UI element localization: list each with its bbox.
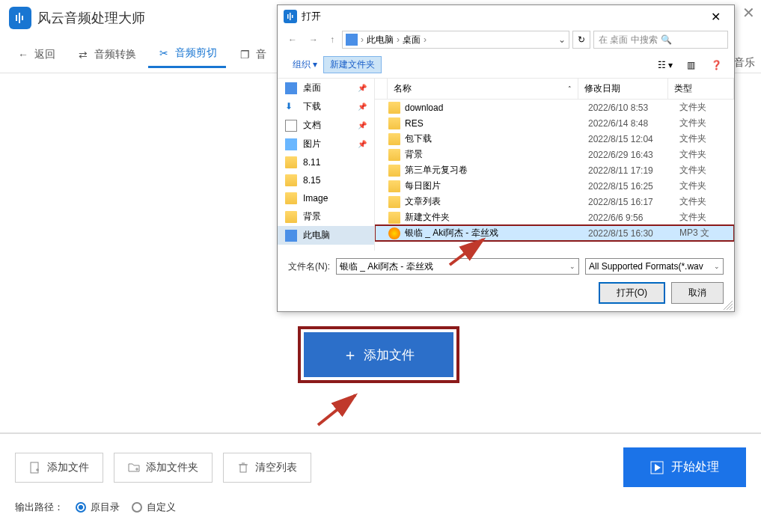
add-file-button[interactable]: 添加文件: [15, 453, 103, 483]
svg-rect-9: [240, 465, 246, 472]
cancel-button[interactable]: 取消: [671, 282, 724, 304]
cut-tab[interactable]: ✂ 音频剪切: [148, 40, 226, 68]
sidebar-item[interactable]: Image: [278, 189, 374, 207]
file-row[interactable]: 第三单元复习卷2022/8/11 17:19文件夹: [375, 162, 734, 178]
add-file-button-big[interactable]: ＋ 添加文件: [304, 332, 453, 377]
open-button[interactable]: 打开(O): [599, 282, 665, 304]
audio-tab-partial[interactable]: ❐ 音: [229, 42, 275, 67]
sidebar-item[interactable]: 文档📌: [278, 116, 374, 135]
pc-icon: [346, 34, 358, 46]
file-plus-icon: [29, 462, 41, 474]
sidebar-item[interactable]: 桌面📌: [278, 79, 374, 97]
nav-up-icon[interactable]: ↑: [326, 31, 339, 48]
new-folder-button[interactable]: 新建文件夹: [323, 56, 382, 73]
start-process-button[interactable]: 开始处理: [623, 447, 746, 487]
dialog-title-bar[interactable]: 打开 ✕: [278, 5, 734, 28]
sidebar-item[interactable]: ⬇下载📌: [278, 97, 374, 116]
dialog-sidebar[interactable]: 桌面📌⬇下载📌文档📌图片📌8.118.15Image背景此电脑: [278, 79, 375, 251]
radio-checked-icon: [76, 502, 86, 513]
dialog-footer: 文件名(N): 银临 _ Aki阿杰 - 牵丝戏⌄ All Supported …: [278, 251, 734, 311]
filename-input[interactable]: 银临 _ Aki阿杰 - 牵丝戏⌄: [336, 258, 579, 275]
output-path-label: 输出路径：: [15, 501, 64, 514]
back-button[interactable]: ← 返回: [7, 42, 64, 67]
svg-rect-15: [292, 15, 293, 18]
svg-rect-14: [290, 13, 291, 20]
dialog-nav-bar: ← → ↑ › 此电脑 › 桌面 › ⌄ ↻ 在 桌面 中搜索 🔍: [278, 28, 734, 52]
arrow-left-icon: ←: [16, 48, 30, 61]
svg-line-3: [318, 395, 355, 425]
refresh-button[interactable]: ↻: [572, 31, 590, 49]
sidebar-item[interactable]: 背景: [278, 207, 374, 226]
file-row[interactable]: 文章列表2022/8/15 16:17文件夹: [375, 194, 734, 210]
file-row[interactable]: download2022/6/10 8:53文件夹: [375, 100, 734, 115]
filename-label: 文件名(N):: [288, 260, 330, 273]
convert-tab[interactable]: ⇄ 音频转换: [67, 42, 145, 67]
app-title: 风云音频处理大师: [37, 9, 145, 27]
organize-menu[interactable]: 组织 ▾: [287, 58, 323, 71]
dialog-app-icon: [284, 10, 297, 23]
file-open-dialog: 打开 ✕ ✕ ← → ↑ › 此电脑 › 桌面 › ⌄ ↻ 在 桌面 中搜索 🔍…: [277, 4, 735, 312]
music-label: 音乐: [734, 56, 755, 70]
plus-icon: ＋: [343, 345, 358, 365]
format-filter-select[interactable]: All Supported Formats(*.wav⌄: [585, 258, 724, 275]
svg-rect-13: [287, 14, 289, 19]
preview-pane-icon[interactable]: ▥: [682, 58, 700, 72]
scissors-icon: ✂: [157, 46, 171, 60]
sort-asc-icon: ˄: [568, 85, 572, 93]
radio-unchecked-icon: [132, 502, 142, 513]
column-headers[interactable]: 名称˄ 修改日期 类型: [375, 79, 734, 100]
svg-rect-2: [22, 16, 23, 20]
file-row[interactable]: 包下载2022/8/15 12:04文件夹: [375, 131, 734, 147]
orig-dir-radio[interactable]: 原目录: [76, 501, 120, 514]
dialog-toolbar: 组织 ▾ 新建文件夹 ☷ ▾ ▥ ❓: [278, 52, 734, 79]
file-row[interactable]: 每日图片2022/8/15 16:25文件夹: [375, 178, 734, 194]
help-icon[interactable]: ❓: [707, 58, 725, 72]
sidebar-item[interactable]: 8.11: [278, 153, 374, 171]
file-row[interactable]: 背景2022/6/29 16:43文件夹: [375, 147, 734, 162]
file-row[interactable]: RES2022/6/14 8:48文件夹: [375, 115, 734, 131]
swap-icon: ⇄: [76, 48, 90, 61]
view-options-icon[interactable]: ☷ ▾: [656, 58, 674, 72]
nav-forward-icon[interactable]: →: [305, 31, 323, 48]
nav-back-icon[interactable]: ←: [284, 31, 302, 48]
add-folder-button[interactable]: 添加文件夹: [114, 453, 213, 483]
resize-grip-icon[interactable]: [724, 301, 733, 310]
annotation-arrow-icon: [311, 388, 370, 432]
custom-dir-radio[interactable]: 自定义: [132, 501, 176, 514]
copy-icon: ❐: [238, 48, 251, 61]
breadcrumb[interactable]: › 此电脑 › 桌面 › ⌄: [342, 31, 569, 49]
dialog-title: 打开: [302, 10, 321, 23]
file-row[interactable]: 银临 _ Aki阿杰 - 牵丝戏2022/8/15 16:30MP3 文: [375, 225, 734, 241]
file-list[interactable]: download2022/6/10 8:53文件夹RES2022/6/14 8:…: [375, 100, 734, 251]
add-file-highlight: ＋ 添加文件: [298, 326, 459, 383]
chevron-down-icon[interactable]: ⌄: [558, 34, 566, 45]
dialog-close-button[interactable]: ✕: [703, 8, 728, 25]
clear-list-button[interactable]: 清空列表: [223, 453, 311, 483]
folder-plus-icon: [128, 462, 140, 474]
trash-icon: [237, 462, 249, 474]
sidebar-item[interactable]: 8.15: [278, 171, 374, 189]
bottom-panel: 添加文件 添加文件夹 清空列表 开始处理 输出路径： 原目录 自定义: [0, 432, 761, 528]
sidebar-item[interactable]: 图片📌: [278, 135, 374, 153]
sidebar-item[interactable]: 此电脑: [278, 226, 374, 245]
svg-rect-1: [19, 13, 20, 23]
file-row[interactable]: 新建文件夹2022/6/6 9:56文件夹: [375, 210, 734, 225]
svg-rect-0: [16, 15, 17, 21]
search-input[interactable]: 在 桌面 中搜索 🔍: [593, 31, 728, 49]
search-icon: 🔍: [661, 34, 723, 45]
outer-close-button[interactable]: ✕: [742, 4, 755, 22]
play-icon: [650, 461, 664, 474]
app-logo-icon: [9, 7, 31, 29]
